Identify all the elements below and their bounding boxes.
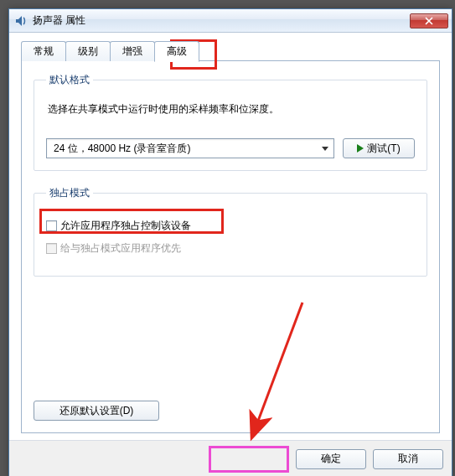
group-exclusive-mode: 独占模式 允许应用程序独占控制该设备 给与独占模式应用程序优先: [34, 186, 427, 277]
cancel-button-label: 取消: [398, 452, 418, 466]
dialog-footer: 确定 取消: [9, 440, 452, 476]
ok-button-label: 确定: [321, 452, 341, 466]
checkbox-priority-label: 给与独占模式应用程序优先: [60, 241, 181, 256]
tab-strip: 常规 级别 增强 高级: [21, 41, 440, 61]
format-dropdown[interactable]: 24 位，48000 Hz (录音室音质): [46, 138, 334, 158]
group-default-format: 默认格式 选择在共享模式中运行时使用的采样频率和位深度。 24 位，48000 …: [34, 73, 427, 171]
format-dropdown-value: 24 位，48000 Hz (录音室音质): [54, 142, 190, 156]
close-button[interactable]: [410, 13, 448, 28]
checkbox-allow-exclusive[interactable]: [46, 220, 57, 231]
window-title: 扬声器 属性: [33, 13, 410, 28]
tab-enhance[interactable]: 增强: [110, 41, 155, 61]
legend-default-format: 默认格式: [46, 73, 93, 87]
restore-defaults-button[interactable]: 还原默认设置(D): [34, 401, 159, 421]
client-area: 常规 级别 增强 高级 默认格式 选择在共享模式中运行时使用的采样频率和位深度。…: [9, 33, 452, 440]
tab-level[interactable]: 级别: [65, 41, 111, 61]
tab-advanced[interactable]: 高级: [154, 41, 199, 62]
cancel-button[interactable]: 取消: [373, 449, 443, 469]
checkbox-allow-exclusive-label: 允许应用程序独占控制该设备: [60, 219, 191, 233]
properties-dialog: 扬声器 属性 常规 级别 增强 高级 默认格式 选择在共享模式中运行时使用的采样…: [8, 8, 452, 476]
ok-button[interactable]: 确定: [296, 449, 366, 469]
restore-defaults-label: 还原默认设置(D): [59, 404, 134, 418]
checkbox-priority-row[interactable]: 给与独占模式应用程序优先: [46, 241, 415, 256]
test-button[interactable]: 测试(T): [343, 138, 415, 158]
checkbox-allow-exclusive-row[interactable]: 允许应用程序独占控制该设备: [46, 219, 415, 233]
tab-content-advanced: 默认格式 选择在共享模式中运行时使用的采样频率和位深度。 24 位，48000 …: [21, 60, 440, 433]
speaker-icon: [14, 14, 28, 28]
legend-exclusive: 独占模式: [46, 186, 93, 200]
titlebar: 扬声器 属性: [9, 9, 452, 33]
checkbox-priority[interactable]: [46, 243, 57, 254]
tab-general[interactable]: 常规: [21, 41, 66, 61]
default-format-desc: 选择在共享模式中运行时使用的采样频率和位深度。: [48, 102, 415, 116]
test-button-label: 测试(T): [367, 142, 400, 156]
play-icon: [357, 144, 364, 153]
